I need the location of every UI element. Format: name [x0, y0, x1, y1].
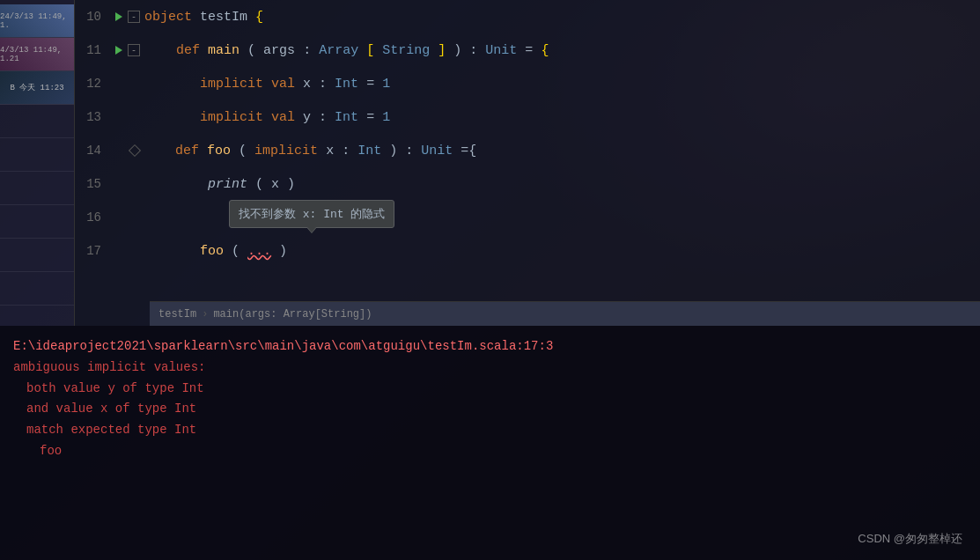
line-num-16: 16 — [79, 210, 110, 225]
code-line-13: 13 - implicit val y : Int = 1 — [75, 100, 980, 134]
sidebar-item-7 — [0, 205, 74, 239]
terminal-path-line: E:\ideaproject2021\sparklearn\src\main\j… — [13, 336, 967, 357]
sidebar-item-9 — [0, 272, 74, 306]
terminal-panel: E:\ideaproject2021\sparklearn\src\main\j… — [0, 326, 980, 560]
line-num-17: 17 — [79, 244, 110, 258]
terminal-line-4: match expected type Int — [13, 420, 967, 441]
line-num-14: 14 — [79, 144, 110, 158]
sidebar-item-5 — [0, 138, 74, 172]
watermark-text: CSDN @匆匆整棹还 — [858, 532, 962, 545]
breadcrumb-separator: › — [202, 308, 208, 321]
sidebar-item-6 — [0, 172, 74, 205]
terminal-text-4: match expected type Int — [26, 423, 196, 437]
code-area: 10 - object testIm { 11 - def main ( arg… — [75, 0, 980, 268]
sidebar-avatar-1: 24/3/13 11:49, 1. — [0, 4, 74, 37]
sidebar-item-8 — [0, 239, 74, 272]
line-content-10: object testIm { — [144, 11, 980, 24]
fold-10[interactable]: - — [128, 11, 140, 23]
fold-11[interactable]: - — [128, 44, 140, 56]
sidebar-date-2: 4/3/13 11:49, 1.21 — [0, 46, 74, 63]
sidebar-date-3: B 今天 11:23 — [10, 82, 63, 93]
line-num-11: 11 — [79, 43, 110, 57]
terminal-line-1: ambiguous implicit values: — [13, 357, 967, 379]
sidebar-date-1: 24/3/13 11:49, 1. — [0, 12, 74, 30]
error-tooltip: 找不到参数 x: Int 的隐式 — [229, 200, 394, 228]
line-content-15: print ( x ) — [144, 178, 980, 191]
line-num-10: 10 — [79, 10, 110, 24]
breadcrumb-object: testIm — [158, 308, 196, 321]
code-line-16: 16 - — [75, 201, 980, 234]
line-num-12: 12 — [79, 77, 110, 91]
watermark: CSDN @匆匆整棹还 — [858, 531, 962, 547]
terminal-line-3: and value x of type Int — [13, 399, 967, 420]
sidebar-thumb-3: B 今天 11:23 — [0, 71, 74, 105]
terminal-path: E:\ideaproject2021\sparklearn\src\main\j… — [13, 339, 553, 353]
terminal-text-5: foo — [13, 444, 62, 458]
tooltip-text: 找不到参数 x: Int 的隐式 — [239, 208, 385, 221]
terminal-text-3: and value x of type Int — [26, 402, 196, 416]
code-line-17: 17 - foo ( ... ) — [75, 234, 980, 268]
line-num-13: 13 — [79, 110, 110, 124]
sidebar-avatar-3: B 今天 11:23 — [0, 71, 74, 104]
breadcrumb-method: main(args: Array[String]) — [213, 308, 372, 321]
terminal-text-1: ambiguous implicit values: — [13, 360, 205, 374]
breadcrumb-bar: testIm › main(args: Array[String]) — [150, 301, 980, 326]
run-arrow-10[interactable] — [110, 12, 128, 21]
sidebar-item-4 — [0, 105, 74, 138]
sidebar-thumb-2: 4/3/13 11:49, 1.21 — [0, 38, 74, 71]
code-line-14: 14 def foo ( implicit x : Int ) : Unit =… — [75, 134, 980, 167]
run-arrow-11[interactable] — [110, 46, 128, 55]
line-content-13: implicit val y : Int = 1 — [144, 111, 980, 124]
line-content-12: implicit val x : Int = 1 — [144, 77, 980, 91]
terminal-line-5: foo — [13, 441, 967, 462]
code-line-12: 12 - implicit val x : Int = 1 — [75, 67, 980, 100]
code-line-10: 10 - object testIm { — [75, 0, 980, 33]
editor-panel: 10 - object testIm { 11 - def main ( arg… — [75, 0, 980, 326]
code-line-15: 15 - print ( x ) — [75, 167, 980, 201]
line-content-14: def foo ( implicit x : Int ) : Unit ={ — [144, 144, 980, 158]
line-num-15: 15 — [79, 177, 110, 191]
terminal-line-2: both value y of type Int — [13, 379, 967, 400]
line-content-17: foo ( ... ) — [144, 245, 980, 258]
sidebar-thumb-1: 24/3/13 11:49, 1. — [0, 4, 74, 38]
sidebar-avatar-2: 4/3/13 11:49, 1.21 — [0, 38, 74, 70]
terminal-text-2: both value y of type Int — [26, 381, 204, 395]
code-line-11: 11 - def main ( args : Array [ String ] … — [75, 33, 980, 67]
sidebar: 24/3/13 11:49, 1. 4/3/13 11:49, 1.21 B 今… — [0, 0, 75, 326]
fold-diamond-14[interactable] — [129, 144, 141, 157]
line-content-11: def main ( args : Array [ String ] ) : U… — [144, 44, 980, 57]
